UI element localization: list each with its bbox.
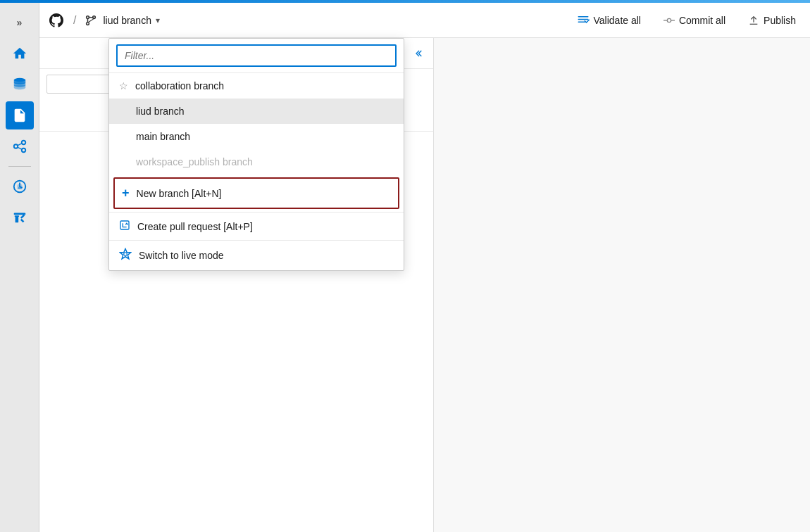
svg-rect-12 xyxy=(14,215,18,217)
svg-point-18 xyxy=(667,18,671,22)
branch-name: liud branch xyxy=(103,15,151,26)
svg-point-15 xyxy=(87,22,89,25)
validate-icon xyxy=(577,14,590,27)
sidebar: » xyxy=(0,3,39,532)
pull-request-label: Create pull request [Alt+P] xyxy=(137,221,253,232)
plus-icon: + xyxy=(122,186,130,201)
filter-input[interactable] xyxy=(116,44,397,67)
sidebar-item-tools[interactable] xyxy=(6,203,34,232)
svg-point-13 xyxy=(87,15,89,18)
sidebar-divider xyxy=(8,166,31,167)
svg-line-6 xyxy=(18,144,22,146)
publish-label: Publish xyxy=(764,15,796,26)
star-icon: ☆ xyxy=(119,80,128,91)
live-mode-label: Switch to live mode xyxy=(139,250,224,261)
publish-icon xyxy=(748,15,759,26)
dropdown-item-live-mode[interactable]: Switch to live mode xyxy=(109,241,404,270)
pull-request-icon xyxy=(119,220,130,233)
svg-point-3 xyxy=(13,144,18,148)
double-chevron-left-icon xyxy=(412,48,423,59)
toolbar: / liud branch ▾ xyxy=(39,3,810,38)
monitor-icon xyxy=(12,179,27,194)
svg-point-5 xyxy=(21,148,25,153)
workspace-branch-label: workspace_publish branch xyxy=(119,156,253,167)
dropdown-item-collaboration[interactable]: ☆ collaboration branch xyxy=(109,73,404,99)
svg-point-24 xyxy=(124,253,127,256)
collapse-left-button[interactable] xyxy=(408,44,428,63)
dropdown-item-liud[interactable]: liud branch xyxy=(109,99,404,124)
toolbar-actions: Validate all Commit all xyxy=(571,11,802,30)
sidebar-item-pipeline[interactable] xyxy=(6,132,34,160)
live-mode-icon xyxy=(119,248,132,263)
home-icon xyxy=(12,46,27,61)
sidebar-item-monitor[interactable] xyxy=(6,172,34,201)
svg-rect-11 xyxy=(15,216,18,222)
liud-branch-label: liud branch xyxy=(119,106,185,117)
svg-line-7 xyxy=(18,147,22,149)
svg-line-17 xyxy=(89,18,94,22)
dropdown-item-workspace-publish[interactable]: workspace_publish branch xyxy=(109,149,404,175)
validate-label: Validate all xyxy=(594,15,641,26)
database-icon xyxy=(12,77,27,92)
panel-right xyxy=(434,38,810,532)
tools-icon xyxy=(12,210,27,225)
dropdown-arrow-icon: ▾ xyxy=(156,15,160,25)
svg-rect-2 xyxy=(17,118,20,119)
dropdown-filter-container xyxy=(109,39,404,73)
commit-icon xyxy=(663,15,675,26)
breadcrumb-separator: / xyxy=(73,14,76,27)
svg-rect-22 xyxy=(120,221,129,229)
main-branch-label: main branch xyxy=(119,131,190,142)
publish-button[interactable]: Publish xyxy=(742,12,802,29)
sidebar-item-documents[interactable] xyxy=(6,101,34,129)
new-branch-item[interactable]: + New branch [Alt+N] xyxy=(113,177,399,209)
dropdown-item-main[interactable]: main branch xyxy=(109,124,404,149)
dropdown-item-pull-request[interactable]: Create pull request [Alt+P] xyxy=(109,213,404,240)
documents-icon xyxy=(12,108,27,123)
branch-label-collaboration: collaboration branch xyxy=(135,80,224,91)
sidebar-item-home[interactable] xyxy=(6,39,34,68)
sidebar-item-data[interactable] xyxy=(6,70,34,99)
github-icon xyxy=(48,12,65,29)
chevron-right-icon: » xyxy=(17,17,23,28)
new-branch-label: New branch [Alt+N] xyxy=(137,188,222,199)
pipeline-icon xyxy=(12,139,27,154)
commit-label: Commit all xyxy=(679,15,725,26)
svg-point-4 xyxy=(21,141,25,145)
commit-all-button[interactable]: Commit all xyxy=(658,12,731,29)
branch-icon xyxy=(85,14,97,27)
branch-selector[interactable]: liud branch ▾ xyxy=(103,15,160,26)
svg-marker-23 xyxy=(120,249,131,259)
validate-all-button[interactable]: Validate all xyxy=(571,11,647,30)
sidebar-collapse[interactable]: » xyxy=(6,8,34,37)
branch-dropdown-menu: ☆ collaboration branch liud branch main … xyxy=(108,38,404,271)
svg-rect-1 xyxy=(17,116,22,117)
